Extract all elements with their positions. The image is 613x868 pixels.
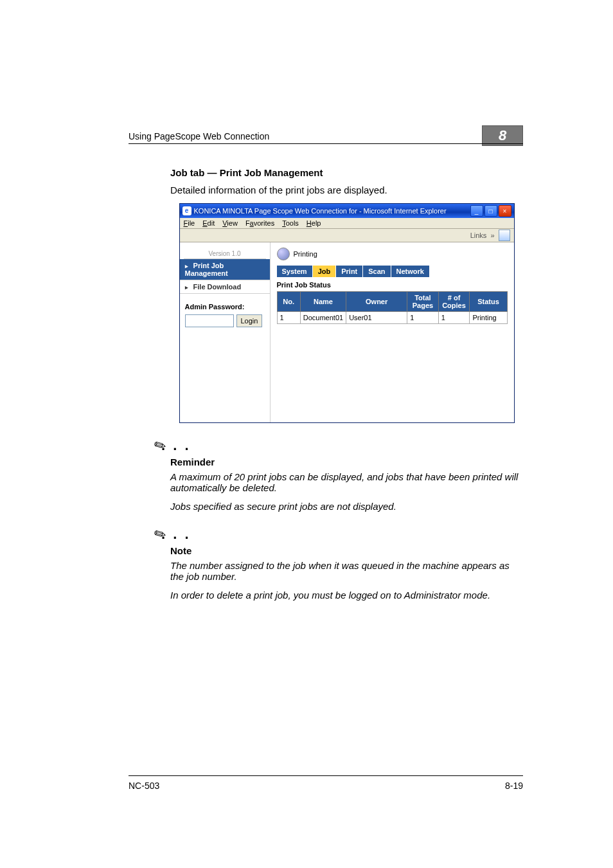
reminder-p1: A maximum of 20 print jobs can be displa… (170, 471, 523, 493)
titlebar: e KONICA MINOLTA Page Scope Web Connecti… (180, 204, 514, 218)
cell-total-pages: 1 (407, 312, 438, 324)
menubar: File Edit View Favorites Tools Help (180, 218, 514, 229)
linksbar: Links » (180, 229, 514, 242)
footer-right: 8-19 (505, 781, 523, 791)
tab-job[interactable]: Job (313, 266, 337, 277)
tabs: System Job Print Scan Network (277, 266, 508, 277)
admin-password-input[interactable] (185, 314, 234, 327)
th-total-pages: Total Pages (407, 292, 438, 312)
status-label: Printing (294, 250, 317, 258)
section-title: Job tab — Print Job Management (170, 167, 523, 178)
login-button[interactable] (236, 314, 263, 327)
th-status: Status (470, 292, 507, 312)
header-rule (129, 143, 523, 144)
note-p2: In order to delete a print job, you must… (170, 590, 523, 601)
th-name: Name (300, 292, 346, 312)
intro-paragraph: Detailed information of the print jobs a… (170, 185, 523, 195)
window-title: KONICA MINOLTA Page Scope Web Connection… (194, 207, 447, 215)
cell-status: Printing (470, 312, 507, 324)
reminder-p2: Jobs specified as secure print jobs are … (170, 501, 523, 512)
chevron-right-icon: ▸ (185, 284, 189, 291)
footer-rule (129, 775, 523, 776)
reminder-label: Reminder (170, 457, 523, 467)
chevron-right-icon: ▸ (185, 263, 189, 269)
main-panel: Printing System Job Print Scan Network P… (270, 242, 514, 422)
menu-view[interactable]: View (222, 219, 238, 227)
th-no: No. (277, 292, 300, 312)
sidebar-item-label: Print Job Management (185, 262, 228, 277)
menu-edit[interactable]: Edit (202, 219, 215, 227)
tab-scan[interactable]: Scan (363, 266, 391, 277)
version-label: Version 1.0 (184, 248, 266, 259)
sidebar-item-label: File Download (193, 283, 242, 291)
maximize-button[interactable]: □ (484, 205, 497, 217)
menu-favorites[interactable]: Favorites (245, 219, 274, 227)
admin-password-label: Admin Password: (180, 294, 270, 313)
th-owner: Owner (346, 292, 407, 312)
sidebar-item-file-download[interactable]: ▸ File Download (180, 280, 270, 294)
ie-throbber-icon (499, 230, 510, 241)
panel-title: Print Job Status (277, 281, 508, 289)
minimize-button[interactable]: _ (470, 205, 483, 217)
table-row[interactable]: 1 Document01 User01 1 1 Printing (277, 312, 507, 324)
cell-no: 1 (277, 312, 300, 324)
tab-print[interactable]: Print (336, 266, 363, 277)
th-copies: # of Copies (438, 292, 470, 312)
cell-owner: User01 (346, 312, 407, 324)
note-p1: The number assigned to the job when it w… (170, 560, 523, 582)
menu-help[interactable]: Help (306, 219, 321, 227)
job-table: No. Name Owner Total Pages # of Copies S… (277, 291, 508, 324)
tab-network[interactable]: Network (391, 266, 430, 277)
note-label: Note (170, 545, 523, 556)
header-crumb: Using PageScope Web Connection (129, 131, 269, 141)
menu-file[interactable]: File (184, 219, 195, 227)
menu-tools[interactable]: Tools (282, 219, 299, 227)
cell-name: Document01 (300, 312, 346, 324)
links-chevron-icon[interactable]: » (490, 231, 494, 239)
sidebar: Version 1.0 ▸ Print Job Management ▸ Fil… (180, 242, 270, 422)
sidebar-item-print-job-mgmt[interactable]: ▸ Print Job Management (180, 259, 270, 280)
close-button[interactable]: × (499, 205, 511, 217)
screenshot-window: e KONICA MINOLTA Page Scope Web Connecti… (179, 203, 515, 423)
printer-icon (277, 248, 290, 260)
footer-left: NC-503 (129, 781, 159, 791)
ie-icon: e (182, 206, 191, 215)
cell-copies: 1 (438, 312, 470, 324)
tab-system[interactable]: System (277, 266, 313, 277)
links-label[interactable]: Links (470, 231, 487, 239)
